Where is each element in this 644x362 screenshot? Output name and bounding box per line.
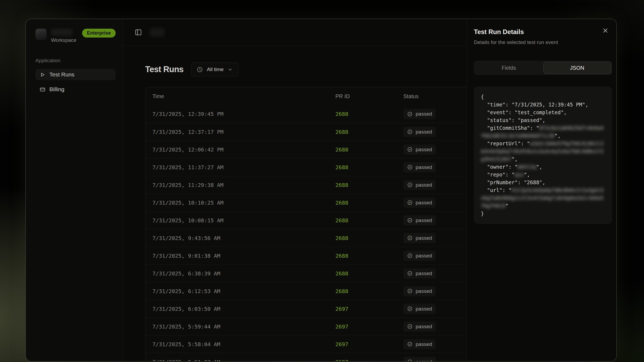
status-badge: passed [403, 322, 436, 332]
sidebar-toggle-icon[interactable] [135, 29, 142, 36]
workspace-logo [35, 29, 47, 40]
test-run-row[interactable]: 7/31/2025, 12:39:45 PM 2688 passed [145, 105, 467, 123]
status-label: passed [416, 182, 432, 188]
status-badge: passed [403, 127, 436, 137]
status-label: passed [416, 164, 432, 170]
test-run-details-panel: Test Run Details Details for the selecte… [467, 19, 616, 361]
run-time: 7/31/2025, 6:03:50 AM [145, 306, 328, 312]
status-badge: passed [403, 215, 436, 226]
json-view: { "time": "7/31/2025, 12:39:45 PM", "eve… [474, 87, 612, 224]
status-label: passed [416, 341, 432, 347]
test-run-row[interactable]: 7/31/2025, 9:01:38 AM 2688 passed [145, 247, 467, 264]
check-circle-icon [407, 271, 413, 276]
close-icon [602, 27, 609, 34]
status-badge: passed [403, 233, 436, 243]
test-run-row[interactable]: 7/31/2025, 11:29:38 AM 2688 passed [145, 176, 467, 194]
play-icon [40, 72, 45, 77]
workspace-name-redacted [51, 29, 72, 36]
details-tab[interactable]: JSON [543, 62, 611, 74]
check-circle-icon [407, 200, 413, 205]
run-pr-id[interactable]: 2697 [328, 306, 396, 312]
chevron-down-icon [228, 67, 233, 72]
run-pr-id[interactable]: 2697 [328, 359, 396, 362]
status-label: passed [416, 271, 432, 276]
run-pr-id[interactable]: 2697 [328, 341, 396, 348]
check-circle-icon [407, 359, 413, 361]
run-time: 7/31/2025, 10:10:25 AM [145, 200, 328, 206]
check-circle-icon [407, 129, 413, 135]
workspace-switcher[interactable]: Workspace Enterprise [35, 29, 116, 43]
status-badge: passed [403, 268, 436, 279]
sidebar-nav-item[interactable]: Billing [35, 84, 116, 95]
close-panel-button[interactable] [601, 27, 609, 35]
test-run-row[interactable]: 7/31/2025, 9:43:56 AM 2688 passed [145, 229, 467, 247]
status-label: passed [416, 306, 432, 312]
status-badge: passed [403, 109, 436, 119]
sidebar-nav-item-label: Billing [49, 86, 64, 93]
run-time: 7/31/2025, 5:58:04 AM [145, 341, 328, 348]
sidebar-nav-item-label: Test Runs [49, 71, 74, 78]
run-time: 7/31/2025, 6:12:53 AM [145, 288, 328, 294]
run-pr-id[interactable]: 2688 [328, 217, 396, 224]
test-run-row[interactable]: 7/31/2025, 6:12:53 AM 2688 passed [145, 282, 467, 300]
run-time: 7/31/2025, 9:43:56 AM [145, 235, 328, 241]
run-time: 7/31/2025, 10:08:15 AM [145, 217, 328, 224]
check-circle-icon [407, 111, 413, 117]
check-circle-icon [407, 182, 413, 188]
page-title: Test Runs [145, 65, 184, 74]
json-code: { "time": "7/31/2025, 12:39:45 PM", "eve… [481, 93, 605, 217]
panel-title: Test Run Details [474, 28, 612, 36]
test-runs-table: Time PR ID Status 7/31/2025, 12:39:45 PM… [145, 87, 467, 361]
run-time: 7/31/2025, 11:29:38 AM [145, 182, 328, 188]
details-tab[interactable]: Fields [475, 62, 543, 74]
test-run-row[interactable]: 7/31/2025, 12:06:42 PM 2688 passed [145, 141, 467, 158]
run-pr-id[interactable]: 2688 [328, 253, 396, 259]
check-circle-icon [407, 253, 413, 258]
test-run-row[interactable]: 7/31/2025, 5:58:04 AM 2697 passed [145, 335, 467, 353]
status-badge: passed [403, 145, 436, 155]
check-circle-icon [407, 306, 413, 312]
status-label: passed [416, 217, 432, 223]
test-run-row[interactable]: 7/31/2025, 12:37:17 PM 2688 passed [145, 123, 467, 141]
status-label: passed [416, 359, 432, 362]
time-filter-dropdown[interactable]: All time [191, 62, 238, 76]
panel-subtitle: Details for the selected test run event [474, 39, 612, 45]
run-pr-id[interactable]: 2688 [328, 288, 396, 294]
column-header-status: Status [396, 93, 467, 99]
time-filter-value: All time [207, 67, 224, 72]
run-pr-id[interactable]: 2688 [328, 270, 396, 277]
status-badge: passed [403, 339, 436, 349]
test-run-row[interactable]: 7/31/2025, 6:03:50 AM 2697 passed [145, 300, 467, 317]
status-label: passed [416, 324, 432, 330]
test-run-row[interactable]: 7/31/2025, 6:38:39 AM 2688 passed [145, 264, 467, 282]
test-run-row[interactable]: 7/31/2025, 10:08:15 AM 2688 passed [145, 211, 467, 229]
test-run-row[interactable]: 7/31/2025, 5:51:23 AM 2697 passed [145, 353, 467, 361]
check-circle-icon [407, 217, 413, 223]
sidebar-nav-item[interactable]: Test Runs [35, 69, 116, 80]
check-circle-icon [407, 147, 413, 152]
details-tab-label: JSON [570, 65, 584, 71]
run-pr-id[interactable]: 2688 [328, 200, 396, 206]
enterprise-badge: Enterprise [82, 29, 116, 38]
column-header-pr-id: PR ID [328, 93, 396, 99]
run-pr-id[interactable]: 2688 [328, 235, 396, 241]
test-run-row[interactable]: 7/31/2025, 11:37:27 AM 2688 passed [145, 158, 467, 176]
status-label: passed [416, 253, 432, 259]
test-run-row[interactable]: 7/31/2025, 5:59:44 AM 2697 passed [145, 317, 467, 335]
run-pr-id[interactable]: 2688 [328, 129, 396, 135]
run-time: 7/31/2025, 9:01:38 AM [145, 253, 328, 259]
run-pr-id[interactable]: 2688 [328, 182, 396, 188]
test-run-row[interactable]: 7/31/2025, 10:10:25 AM 2688 passed [145, 194, 467, 211]
credit-card-icon [40, 87, 45, 92]
run-pr-id[interactable]: 2688 [328, 111, 396, 117]
redacted-text: qzx [515, 172, 524, 178]
status-badge: passed [403, 180, 436, 190]
run-time: 7/31/2025, 12:37:17 PM [145, 129, 328, 135]
run-pr-id[interactable]: 2688 [328, 164, 396, 171]
status-badge: passed [403, 198, 436, 208]
run-pr-id[interactable]: 2697 [328, 323, 396, 330]
run-time: 7/31/2025, 5:51:23 AM [145, 359, 328, 362]
redacted-text: mkhl2q [518, 164, 536, 170]
run-pr-id[interactable]: 2688 [328, 146, 396, 153]
status-badge: passed [403, 304, 436, 314]
